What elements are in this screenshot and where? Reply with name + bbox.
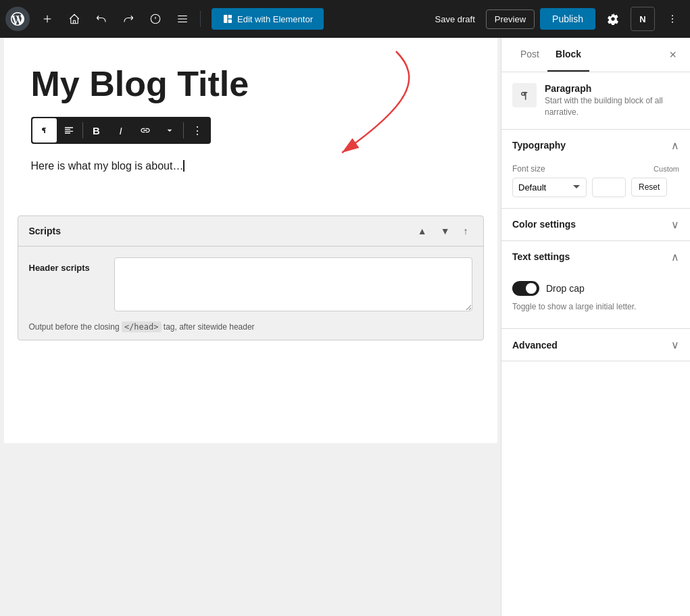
color-settings-header[interactable]: Color settings ∨	[501, 209, 690, 240]
svg-rect-9	[228, 15, 232, 18]
text-cursor	[183, 160, 184, 172]
undo-button[interactable]	[89, 7, 114, 31]
reset-button[interactable]: Reset	[631, 178, 667, 197]
drop-cap-label: Drop cap	[546, 283, 585, 294]
scripts-up-button[interactable]: ▲	[414, 224, 431, 238]
editor-canvas: My Blog Title B I ⋮	[4, 38, 497, 443]
block-text-info: Paragraph Start with the building block …	[545, 83, 679, 118]
scripts-note-code: </head>	[122, 322, 162, 332]
panel-tabs: Post Block ×	[501, 38, 690, 72]
color-settings-section: Color settings ∨	[501, 209, 690, 241]
more-options-button[interactable]	[660, 7, 685, 31]
add-block-button[interactable]	[35, 7, 59, 31]
font-size-row: Font size Custom	[512, 164, 679, 174]
typography-section: Typography ∧ Font size Custom Default Sm…	[501, 130, 690, 209]
more-format-button[interactable]	[157, 118, 182, 143]
color-settings-chevron-icon: ∨	[671, 218, 679, 231]
save-draft-button[interactable]: Save draft	[430, 10, 480, 28]
edit-elementor-label: Edit with Elementor	[237, 14, 313, 24]
publish-button[interactable]: Publish	[540, 8, 595, 30]
scripts-panel-header: Scripts ▲ ▼ ↑	[18, 216, 483, 247]
svg-point-13	[672, 22, 673, 23]
svg-point-12	[672, 18, 673, 20]
scripts-body: Header scripts	[18, 247, 483, 322]
italic-format-button[interactable]: I	[109, 118, 133, 143]
main-area: My Blog Title B I ⋮	[0, 38, 690, 616]
scripts-down-button[interactable]: ▼	[437, 224, 454, 238]
format-separator-1	[82, 122, 83, 138]
edit-elementor-button[interactable]: Edit with Elementor	[212, 8, 324, 30]
text-settings-body: Drop cap Toggle to show a large initial …	[501, 273, 690, 329]
typography-chevron-icon: ∧	[671, 139, 679, 152]
advanced-chevron-icon: ∨	[671, 338, 679, 351]
block-icon	[512, 83, 537, 107]
custom-size-input[interactable]	[592, 178, 626, 197]
scripts-note: Output before the closing </head> tag, a…	[18, 322, 483, 340]
blog-content[interactable]: Here is what my blog is about…	[4, 157, 497, 202]
typography-section-body: Font size Custom Default Small Medium La…	[501, 161, 690, 208]
color-settings-title: Color settings	[512, 219, 576, 230]
drop-cap-description: Toggle to show a large initial letter.	[512, 301, 679, 318]
scripts-note-text: Output before the closing	[29, 322, 122, 332]
scripts-title: Scripts	[29, 226, 61, 236]
format-toolbar: B I ⋮	[31, 117, 211, 144]
block-description: Start with the building block of all nar…	[545, 95, 679, 118]
link-format-button[interactable]	[133, 118, 157, 143]
typography-section-header[interactable]: Typography ∧	[501, 130, 690, 161]
text-settings-section: Text settings ∧ Drop cap Toggle to show …	[501, 241, 690, 330]
toolbar-divider-1	[200, 11, 201, 27]
paragraph-format-button[interactable]	[32, 118, 57, 143]
text-settings-title: Text settings	[512, 251, 570, 262]
svg-rect-10	[228, 20, 232, 23]
wp-logo-button[interactable]	[5, 7, 30, 31]
text-settings-header[interactable]: Text settings ∧	[501, 241, 690, 273]
svg-point-11	[672, 15, 673, 16]
tab-post[interactable]: Post	[512, 38, 547, 72]
typography-section-title: Typography	[512, 140, 566, 151]
align-format-button[interactable]	[57, 118, 81, 143]
list-view-button[interactable]	[170, 7, 195, 31]
settings-button[interactable]	[601, 7, 625, 31]
options-format-button[interactable]: ⋮	[185, 118, 210, 143]
block-info: Paragraph Start with the building block …	[501, 72, 690, 130]
scripts-controls: ▲ ▼ ↑	[414, 224, 472, 238]
editor-area: My Blog Title B I ⋮	[0, 38, 501, 616]
toolbar-right: Save draft Preview Publish N	[430, 7, 685, 31]
blog-title[interactable]: My Blog Title	[4, 38, 497, 103]
block-name: Paragraph	[545, 83, 679, 94]
redo-button[interactable]	[116, 7, 141, 31]
font-size-label: Font size	[512, 164, 593, 174]
advanced-section-title: Advanced	[512, 340, 558, 351]
tools-button[interactable]	[62, 7, 87, 31]
right-panel: Post Block × Paragraph Start with the bu…	[501, 38, 690, 616]
scripts-panel: Scripts ▲ ▼ ↑ Header scripts Output befo…	[18, 215, 484, 340]
svg-rect-8	[224, 15, 227, 23]
text-settings-chevron-icon: ∧	[671, 251, 679, 263]
tab-block[interactable]: Block	[547, 38, 589, 72]
scripts-note-suffix: tag, after sitewide header	[164, 322, 255, 332]
info-button[interactable]	[143, 7, 168, 31]
header-scripts-label: Header scripts	[29, 257, 103, 273]
format-separator-2	[183, 122, 184, 138]
advanced-section-header[interactable]: Advanced ∨	[501, 329, 690, 361]
drop-cap-toggle[interactable]	[512, 281, 539, 296]
drop-cap-row: Drop cap	[512, 276, 679, 301]
header-scripts-textarea[interactable]	[114, 257, 472, 311]
toggle-knob	[526, 283, 537, 294]
custom-label: Custom	[599, 165, 680, 173]
main-toolbar: Edit with Elementor Save draft Preview P…	[0, 0, 690, 38]
blog-content-text: Here is what my blog is about…	[31, 160, 184, 172]
n-button[interactable]: N	[631, 7, 655, 31]
preview-button[interactable]: Preview	[486, 9, 535, 29]
bold-format-button[interactable]: B	[84, 118, 109, 143]
font-size-select[interactable]: Default Small Medium Large X-Large	[512, 178, 587, 197]
panel-close-button[interactable]: ×	[666, 38, 679, 72]
advanced-section: Advanced ∨	[501, 329, 690, 361]
scripts-expand-button[interactable]: ↑	[460, 224, 472, 238]
font-size-controls: Default Small Medium Large X-Large Reset	[512, 178, 679, 197]
